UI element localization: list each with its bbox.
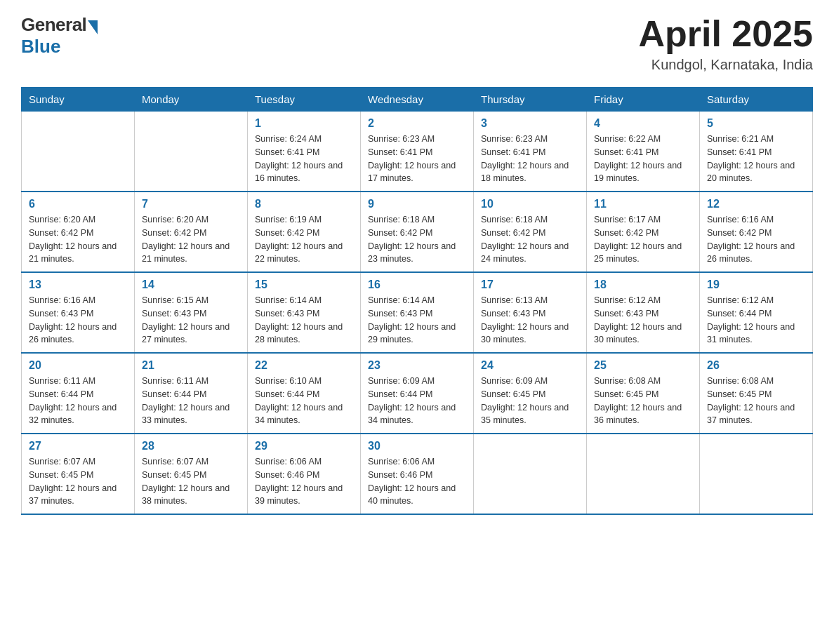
day-info: Sunrise: 6:16 AM Sunset: 6:43 PM Dayligh…	[29, 294, 127, 347]
calendar-cell	[135, 112, 248, 192]
day-of-week-header: Sunday	[22, 88, 135, 112]
day-number: 24	[481, 359, 579, 372]
day-number: 30	[368, 440, 466, 452]
day-info: Sunrise: 6:20 AM Sunset: 6:42 PM Dayligh…	[142, 213, 240, 266]
day-info: Sunrise: 6:20 AM Sunset: 6:42 PM Dayligh…	[29, 213, 127, 266]
day-of-week-header: Monday	[135, 88, 248, 112]
title-block: April 2025 Kundgol, Karnataka, India	[638, 14, 813, 73]
logo: General Blue	[21, 14, 98, 58]
day-number: 28	[142, 440, 240, 452]
day-info: Sunrise: 6:06 AM Sunset: 6:46 PM Dayligh…	[368, 455, 466, 508]
calendar-cell: 20Sunrise: 6:11 AM Sunset: 6:44 PM Dayli…	[22, 353, 135, 434]
day-of-week-header: Friday	[587, 88, 700, 112]
day-info: Sunrise: 6:10 AM Sunset: 6:44 PM Dayligh…	[255, 375, 353, 427]
calendar-cell: 5Sunrise: 6:21 AM Sunset: 6:41 PM Daylig…	[700, 112, 813, 192]
day-info: Sunrise: 6:08 AM Sunset: 6:45 PM Dayligh…	[707, 375, 805, 427]
day-of-week-header: Tuesday	[248, 88, 361, 112]
day-number: 11	[594, 198, 692, 210]
day-info: Sunrise: 6:18 AM Sunset: 6:42 PM Dayligh…	[481, 213, 579, 266]
calendar-cell: 27Sunrise: 6:07 AM Sunset: 6:45 PM Dayli…	[22, 434, 135, 514]
calendar-table: SundayMondayTuesdayWednesdayThursdayFrid…	[21, 87, 813, 515]
day-info: Sunrise: 6:12 AM Sunset: 6:44 PM Dayligh…	[707, 294, 805, 347]
calendar-cell: 24Sunrise: 6:09 AM Sunset: 6:45 PM Dayli…	[474, 353, 587, 434]
calendar-cell: 16Sunrise: 6:14 AM Sunset: 6:43 PM Dayli…	[361, 272, 474, 353]
calendar-cell: 6Sunrise: 6:20 AM Sunset: 6:42 PM Daylig…	[22, 192, 135, 272]
calendar-cell: 8Sunrise: 6:19 AM Sunset: 6:42 PM Daylig…	[248, 192, 361, 272]
calendar-cell: 21Sunrise: 6:11 AM Sunset: 6:44 PM Dayli…	[135, 353, 248, 434]
day-number: 15	[255, 279, 353, 291]
day-info: Sunrise: 6:14 AM Sunset: 6:43 PM Dayligh…	[255, 294, 353, 347]
calendar-cell: 26Sunrise: 6:08 AM Sunset: 6:45 PM Dayli…	[700, 353, 813, 434]
day-info: Sunrise: 6:18 AM Sunset: 6:42 PM Dayligh…	[368, 213, 466, 266]
calendar-cell: 10Sunrise: 6:18 AM Sunset: 6:42 PM Dayli…	[474, 192, 587, 272]
day-number: 4	[594, 117, 692, 130]
day-number: 17	[481, 279, 579, 291]
day-number: 9	[368, 198, 466, 210]
calendar-cell: 15Sunrise: 6:14 AM Sunset: 6:43 PM Dayli…	[248, 272, 361, 353]
day-info: Sunrise: 6:11 AM Sunset: 6:44 PM Dayligh…	[142, 375, 240, 427]
day-number: 8	[255, 198, 353, 210]
calendar-cell: 14Sunrise: 6:15 AM Sunset: 6:43 PM Dayli…	[135, 272, 248, 353]
day-number: 3	[481, 117, 579, 130]
logo-general-text: General	[21, 14, 86, 36]
logo-blue-text: Blue	[21, 36, 60, 58]
calendar-cell: 13Sunrise: 6:16 AM Sunset: 6:43 PM Dayli…	[22, 272, 135, 353]
day-info: Sunrise: 6:13 AM Sunset: 6:43 PM Dayligh…	[481, 294, 579, 347]
day-number: 27	[29, 440, 127, 452]
day-number: 25	[594, 359, 692, 372]
calendar-week-row: 27Sunrise: 6:07 AM Sunset: 6:45 PM Dayli…	[22, 434, 813, 514]
day-info: Sunrise: 6:12 AM Sunset: 6:43 PM Dayligh…	[594, 294, 692, 347]
day-number: 12	[707, 198, 805, 210]
calendar-cell	[22, 112, 135, 192]
calendar-cell: 22Sunrise: 6:10 AM Sunset: 6:44 PM Dayli…	[248, 353, 361, 434]
day-info: Sunrise: 6:23 AM Sunset: 6:41 PM Dayligh…	[481, 133, 579, 185]
day-info: Sunrise: 6:06 AM Sunset: 6:46 PM Dayligh…	[255, 455, 353, 508]
calendar-cell: 28Sunrise: 6:07 AM Sunset: 6:45 PM Dayli…	[135, 434, 248, 514]
calendar-cell: 2Sunrise: 6:23 AM Sunset: 6:41 PM Daylig…	[361, 112, 474, 192]
day-info: Sunrise: 6:19 AM Sunset: 6:42 PM Dayligh…	[255, 213, 353, 266]
day-info: Sunrise: 6:14 AM Sunset: 6:43 PM Dayligh…	[368, 294, 466, 347]
calendar-cell: 29Sunrise: 6:06 AM Sunset: 6:46 PM Dayli…	[248, 434, 361, 514]
calendar-cell: 11Sunrise: 6:17 AM Sunset: 6:42 PM Dayli…	[587, 192, 700, 272]
day-number: 26	[707, 359, 805, 372]
calendar-week-row: 1Sunrise: 6:24 AM Sunset: 6:41 PM Daylig…	[22, 112, 813, 192]
calendar-cell: 7Sunrise: 6:20 AM Sunset: 6:42 PM Daylig…	[135, 192, 248, 272]
calendar-cell: 9Sunrise: 6:18 AM Sunset: 6:42 PM Daylig…	[361, 192, 474, 272]
day-number: 23	[368, 359, 466, 372]
calendar-cell: 3Sunrise: 6:23 AM Sunset: 6:41 PM Daylig…	[474, 112, 587, 192]
calendar-cell: 25Sunrise: 6:08 AM Sunset: 6:45 PM Dayli…	[587, 353, 700, 434]
calendar-cell: 4Sunrise: 6:22 AM Sunset: 6:41 PM Daylig…	[587, 112, 700, 192]
location-title: Kundgol, Karnataka, India	[638, 57, 813, 73]
day-number: 21	[142, 359, 240, 372]
day-info: Sunrise: 6:09 AM Sunset: 6:45 PM Dayligh…	[481, 375, 579, 427]
calendar-cell: 19Sunrise: 6:12 AM Sunset: 6:44 PM Dayli…	[700, 272, 813, 353]
calendar-cell	[587, 434, 700, 514]
calendar-cell	[474, 434, 587, 514]
day-info: Sunrise: 6:24 AM Sunset: 6:41 PM Dayligh…	[255, 133, 353, 185]
day-of-week-header: Saturday	[700, 88, 813, 112]
logo-triangle-icon	[88, 20, 98, 34]
day-info: Sunrise: 6:17 AM Sunset: 6:42 PM Dayligh…	[594, 213, 692, 266]
day-of-week-header: Wednesday	[361, 88, 474, 112]
day-number: 14	[142, 279, 240, 291]
day-number: 18	[594, 279, 692, 291]
calendar-cell: 30Sunrise: 6:06 AM Sunset: 6:46 PM Dayli…	[361, 434, 474, 514]
day-number: 20	[29, 359, 127, 372]
day-number: 2	[368, 117, 466, 130]
day-info: Sunrise: 6:07 AM Sunset: 6:45 PM Dayligh…	[29, 455, 127, 508]
calendar-cell: 1Sunrise: 6:24 AM Sunset: 6:41 PM Daylig…	[248, 112, 361, 192]
day-number: 1	[255, 117, 353, 130]
day-number: 22	[255, 359, 353, 372]
day-number: 10	[481, 198, 579, 210]
calendar-cell: 23Sunrise: 6:09 AM Sunset: 6:44 PM Dayli…	[361, 353, 474, 434]
day-number: 16	[368, 279, 466, 291]
day-info: Sunrise: 6:08 AM Sunset: 6:45 PM Dayligh…	[594, 375, 692, 427]
day-info: Sunrise: 6:15 AM Sunset: 6:43 PM Dayligh…	[142, 294, 240, 347]
page-header: General Blue April 2025 Kundgol, Karnata…	[21, 14, 813, 73]
day-info: Sunrise: 6:23 AM Sunset: 6:41 PM Dayligh…	[368, 133, 466, 185]
day-number: 29	[255, 440, 353, 452]
day-info: Sunrise: 6:16 AM Sunset: 6:42 PM Dayligh…	[707, 213, 805, 266]
day-number: 7	[142, 198, 240, 210]
day-number: 5	[707, 117, 805, 130]
day-number: 13	[29, 279, 127, 291]
